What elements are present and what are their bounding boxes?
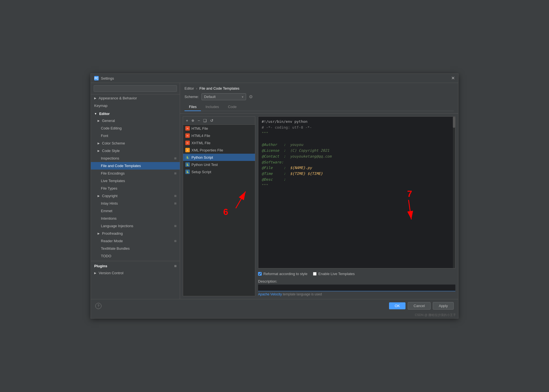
file-list-panel: + ⊕ − ❑ ↺ H HTML File H HTML4 File (183, 116, 255, 296)
file-item-label: Python Unit Test (191, 163, 218, 167)
sidebar-item-live-templates[interactable]: Live Templates (91, 177, 180, 185)
sidebar-item-file-encodings[interactable]: File Encodings ⊞ (91, 170, 180, 177)
dialog-title: Settings (101, 76, 114, 80)
sidebar-item-emmet[interactable]: Emmet (91, 207, 180, 215)
live-templates-checkbox-row[interactable]: Enable Live Templates (313, 272, 355, 276)
dialog-body: ▶ Appearance & Behavior Keymap ▼ Editor … (91, 83, 458, 299)
bottom-bar: ? OK Cancel Apply (91, 299, 458, 312)
code-line: @Software: (262, 160, 452, 165)
sidebar-item-version-control[interactable]: ▶ Version Control (91, 269, 180, 277)
sidebar-item-inlay-hints[interactable]: Inlay Hints ⊞ (91, 200, 180, 207)
file-item-xml-properties[interactable]: X XML Properties File (183, 146, 255, 154)
html4-file-icon: H (185, 133, 190, 138)
sidebar-item-inspections[interactable]: Inspections ⊞ (91, 155, 180, 162)
scrollbar-thumb[interactable] (453, 117, 455, 128)
gear-button[interactable]: ⚙ (249, 94, 253, 99)
title-bar-left: PC Settings (94, 76, 114, 80)
chevron-right-icon: ▶ (94, 97, 96, 100)
code-line: @Author : youyou (262, 142, 452, 148)
file-item-label: XML Properties File (191, 148, 223, 152)
sidebar-item-label: Intentions (101, 216, 116, 220)
scheme-label: Scheme: (184, 95, 199, 99)
sidebar-item-label: Language Injections (101, 224, 133, 228)
sidebar-item-code-style[interactable]: ▶ Code Style (91, 147, 180, 155)
apache-velocity-link[interactable]: Apache Velocity (258, 292, 282, 296)
sidebar-item-label: Code Editing (101, 126, 122, 130)
sidebar-item-label: Font (101, 134, 108, 138)
panel-content: + ⊕ − ❑ ↺ H HTML File H HTML4 File (180, 114, 458, 299)
apply-button[interactable]: Apply (433, 302, 454, 310)
code-options: Reformat according to style Enable Live … (258, 271, 455, 277)
sidebar-item-file-and-code-templates[interactable]: File and Code Templates (91, 162, 180, 170)
sidebar-item-editor[interactable]: ▼ Editor (91, 109, 180, 117)
code-editor[interactable]: #!/usr/bin/env python # -*- coding: utf-… (258, 116, 455, 268)
chevron-down-icon: ▼ (94, 112, 97, 115)
file-item-xhtml[interactable]: H XHTML File (183, 139, 255, 146)
sidebar-item-appearance[interactable]: ▶ Appearance & Behavior (91, 94, 180, 102)
sidebar-item-language-injections[interactable]: Language Injections ⊞ (91, 222, 180, 230)
code-panel: #!/usr/bin/env python # -*- coding: utf-… (258, 116, 455, 296)
breadcrumb: Editor › File and Code Templates (184, 86, 454, 90)
remove-button[interactable]: − (196, 118, 201, 123)
sidebar-item-label: Live Templates (101, 179, 125, 183)
sidebar-item-code-editing[interactable]: Code Editing (91, 124, 180, 132)
code-line: @Contact : youyouketang@qq.com (262, 154, 452, 160)
sidebar-item-plugins[interactable]: Plugins ⊞ (91, 261, 180, 269)
chevron-right-icon: ▶ (98, 194, 100, 197)
sidebar-item-label: File Types (101, 186, 117, 190)
sidebar-item-general[interactable]: ▶ General (91, 117, 180, 124)
duplicate-button[interactable]: ❑ (202, 118, 208, 123)
reformat-label: Reformat according to style (263, 272, 307, 276)
close-button[interactable]: ✕ (451, 76, 455, 80)
tab-code[interactable]: Code (224, 103, 241, 111)
search-input[interactable] (94, 85, 177, 92)
settings-dialog: PC Settings ✕ ▶ Appearance & Behavior Ke… (91, 74, 458, 318)
copy-button[interactable]: ⊕ (190, 118, 195, 123)
sidebar-item-intentions[interactable]: Intentions (91, 215, 180, 222)
file-item-html4[interactable]: H HTML4 File (183, 132, 255, 139)
description-label: Description: (258, 279, 455, 283)
file-item-label: XHTML File (191, 141, 210, 145)
file-encodings-badge: ⊞ (174, 172, 176, 175)
scheme-select[interactable]: Default (201, 93, 246, 100)
reformat-checkbox-row[interactable]: Reformat according to style (258, 272, 307, 276)
sidebar-item-font[interactable]: Font (91, 132, 180, 139)
sidebar-item-file-types[interactable]: File Types (91, 185, 180, 192)
sidebar-item-textmate-bundles[interactable]: TextMate Bundles (91, 245, 180, 252)
sidebar-item-label: Plugins (94, 264, 107, 268)
main-panel: Editor › File and Code Templates Scheme:… (180, 83, 458, 299)
file-item-python-script[interactable]: 🐍 Python Script (183, 154, 255, 161)
sidebar-item-reader-mode[interactable]: Reader Mode ⊞ (91, 237, 180, 245)
chevron-right-icon: ▶ (98, 142, 100, 145)
sidebar-item-label: Editor (99, 112, 110, 116)
reformat-checkbox[interactable] (258, 272, 262, 276)
sidebar: ▶ Appearance & Behavior Keymap ▼ Editor … (91, 83, 180, 299)
reset-button[interactable]: ↺ (209, 118, 215, 123)
sidebar-item-copyright[interactable]: ▶ Copyright ⊞ (91, 192, 180, 200)
sidebar-item-label: Inlay Hints (101, 201, 118, 205)
add-button[interactable]: + (185, 118, 189, 123)
tab-files[interactable]: Files (184, 103, 201, 111)
cancel-button[interactable]: Cancel (408, 302, 431, 310)
file-item-html[interactable]: H HTML File (183, 125, 255, 132)
app-icon: PC (94, 76, 99, 80)
live-templates-checkbox[interactable] (313, 272, 317, 276)
setup-icon: 🐍 (185, 170, 190, 174)
chevron-right-icon: ▶ (98, 149, 100, 152)
inspections-badge: ⊞ (174, 157, 176, 160)
file-item-python-unit-test[interactable]: 🐍 Python Unit Test (183, 161, 255, 168)
sidebar-item-keymap[interactable]: Keymap (91, 102, 180, 109)
help-button[interactable]: ? (95, 303, 101, 309)
code-line (262, 136, 452, 142)
bottom-bar-left: ? (95, 303, 101, 309)
code-line: #!/usr/bin/env python (262, 119, 452, 125)
file-item-setup-script[interactable]: 🐍 Setup Script (183, 168, 255, 175)
ok-button[interactable]: OK (389, 302, 405, 309)
breadcrumb-parent: Editor (184, 86, 194, 90)
sidebar-item-color-scheme[interactable]: ▶ Color Scheme (91, 139, 180, 147)
sidebar-item-todo[interactable]: TODO (91, 252, 180, 260)
tab-includes[interactable]: Includes (201, 103, 223, 111)
sidebar-item-proofreading[interactable]: ▶ Proofreading (91, 230, 180, 237)
description-input[interactable] (258, 285, 455, 291)
scheme-row: Scheme: Default ⚙ (184, 93, 454, 100)
